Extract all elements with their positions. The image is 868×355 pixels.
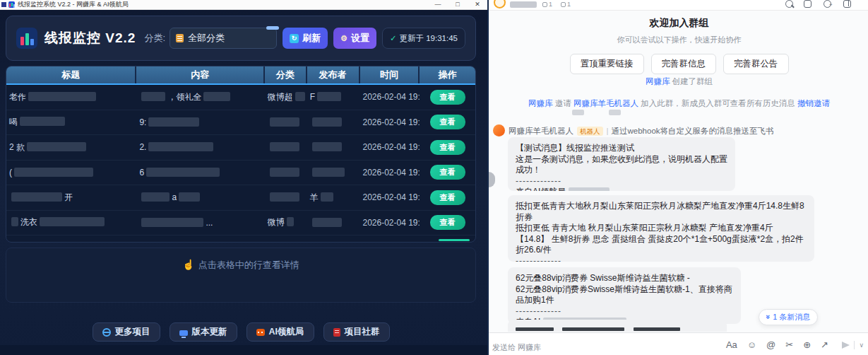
clipped-message-bubble[interactable] [508, 320, 727, 332]
edit-announcement-button[interactable]: 完善群公告 [723, 54, 789, 74]
view-button[interactable]: 查看 [430, 140, 465, 155]
cell-content: 6 [136, 168, 264, 178]
minimize-icon[interactable]: — [428, 0, 448, 9]
message-bubble[interactable]: 62元叠88vip消费券 Swisse斯维诗益生菌软糖 - 62元叠88vip消… [508, 267, 741, 324]
add-attachment-icon[interactable]: ⊕ [803, 339, 811, 350]
cell-content: a [136, 192, 264, 202]
emoji-icon[interactable]: ☺ [747, 339, 756, 350]
cell-action: 查看 [420, 90, 475, 105]
cell-category [265, 192, 307, 202]
column-header-title: 标题 [6, 66, 136, 83]
book-icon [333, 328, 340, 337]
cell-content: ，领礼全 [136, 91, 264, 103]
hint-panel [6, 248, 476, 303]
cell-publisher [307, 168, 360, 178]
screenshot-scissors-icon[interactable]: ✂ [785, 339, 793, 350]
message-bubble[interactable]: 【测试消息】线报监控推送测试 这是一条测试消息，如果您收到此消息，说明机器人配置… [508, 137, 735, 191]
check-icon: ✓ [390, 33, 397, 43]
category-select[interactable]: 全部分类 [170, 28, 277, 49]
message-bubble[interactable]: 抵扣更低青青大地秋月梨山东莱阳正宗秋月冰糖梨产地直发净重4斤14.8生鲜8折券 … [508, 195, 814, 262]
edit-group-info-button[interactable]: 完善群信息 [651, 54, 717, 74]
view-button[interactable]: 查看 [430, 115, 465, 129]
message-line: 【测试消息】线报监控推送测试 [516, 143, 727, 154]
view-button[interactable]: 查看 [430, 215, 465, 230]
column-header-time: 时间 [360, 66, 420, 83]
welcome-section: 欢迎加入群组 你可以尝试以下操作，快速开始协作 置顶重要链接 完善群信息 完善群… [489, 17, 868, 74]
cell-time: 2026-02-04 19:31 [359, 117, 420, 127]
message-divider: ------------- [516, 306, 733, 318]
cell-time: 2026-02-04 19:29 [359, 192, 420, 202]
invitee-link[interactable]: 网赚库羊毛机器人 [573, 99, 638, 107]
message-source: 来自AI领航局 [516, 187, 727, 191]
robot-icon [256, 329, 265, 336]
table-row[interactable]: 喝 9: 2026-02-04 19:31 查看 [6, 110, 475, 136]
cell-title: 老作 [6, 91, 136, 103]
close-icon[interactable]: ✕ [468, 0, 487, 9]
cell-content: 2. [136, 142, 264, 152]
cell-time: 2026-02-04 19:29 [359, 168, 420, 178]
cell-category: 微博 [265, 216, 307, 228]
table-row[interactable]: ( 6 2026-02-04 19:29 查看 [6, 161, 475, 186]
search-icon[interactable] [785, 0, 793, 8]
redacted-chip [572, 110, 584, 115]
version-update-button[interactable]: 版本更新 [170, 322, 237, 342]
window-title: 线报监控系统 V2.2 - 网赚库 & AI领航局 [18, 0, 129, 9]
monitor-icon [179, 330, 188, 336]
column-header-category: 分类 [265, 66, 307, 83]
updated-at-text: 更新于 19:31:45 [400, 33, 458, 44]
composer-placeholder[interactable]: 发送给 网赚库 [492, 342, 541, 353]
cell-publisher [307, 142, 360, 152]
refresh-button[interactable]: ↻ 刷新 [283, 28, 328, 49]
table-row[interactable]: 开 a 羊 2026-02-04 19:29 查看 [6, 185, 475, 211]
bot-avatar[interactable] [493, 124, 505, 136]
cell-title: 开 [6, 192, 136, 204]
table-body: 老作 ，领礼全 微博超 F 2026-02-04 19:31 查看 喝 9: 2… [6, 85, 475, 235]
view-button[interactable]: 查看 [430, 90, 465, 105]
new-message-badge[interactable]: »1 条新消息 [759, 309, 818, 325]
view-button[interactable]: 查看 [430, 190, 465, 205]
send-button-group: ∨ [842, 341, 864, 349]
pin-links-button[interactable]: 置顶重要链接 [570, 54, 644, 74]
inviter-link[interactable]: 网赚库 [528, 99, 553, 107]
send-options-caret[interactable]: ∨ [859, 342, 864, 349]
add-member-icon[interactable] [824, 0, 831, 8]
cell-action: 查看 [420, 190, 475, 205]
member-count[interactable]: 1 [542, 1, 552, 8]
chat-window: 1 1 欢迎加入群组 你可以尝试以下操作，快速开始协作 置顶重要链接 完善群信息… [487, 0, 868, 355]
ai-bureau-button[interactable]: AI领航局 [246, 322, 314, 342]
creator-link[interactable]: 网赚库 [646, 77, 670, 86]
report-table: 标题 内容 分类 发布者 时间 操作 老作 ，领礼全 微博超 F 2026-02… [6, 66, 476, 243]
more-projects-button[interactable]: 更多项目 [93, 322, 160, 342]
group-avatar[interactable] [494, 0, 506, 8]
table-row[interactable]: 洗衣 ... 微博 2026-02-04 19:28 查看 [6, 211, 475, 236]
table-row[interactable]: 2 款 2. 2026-02-04 19:29 查看 [6, 135, 475, 161]
cell-publisher [307, 218, 360, 228]
community-button[interactable]: 项目社群 [323, 322, 390, 342]
app-body: 线报监控 V2.2 分类: 全部分类 ↻ 刷新 ⚙ 设置 ✓ 更新于 19:31… [0, 10, 487, 355]
pin-icon [561, 2, 566, 7]
cell-publisher: 羊 [307, 192, 360, 204]
composer-toolbar: Aa ☺ @ ✂ ⊕ ↗ [726, 339, 828, 350]
font-style-icon[interactable]: Aa [726, 339, 737, 350]
send-icon[interactable] [842, 342, 850, 349]
table-row[interactable]: 老作 ，领礼全 微博超 F 2026-02-04 19:31 查看 [6, 85, 475, 110]
expand-icon[interactable]: ↗ [821, 339, 828, 350]
sidebar-toggle-icon[interactable] [843, 0, 851, 8]
mention-icon[interactable]: @ [766, 339, 775, 350]
cell-category [265, 168, 307, 178]
video-call-icon[interactable] [804, 0, 811, 8]
view-button[interactable]: 查看 [430, 165, 465, 180]
cell-publisher: F [307, 92, 360, 102]
pin-count[interactable]: 1 [561, 1, 571, 8]
settings-label: 设置 [351, 32, 369, 45]
settings-button[interactable]: ⚙ 设置 [333, 28, 376, 49]
clipped-row-button [439, 239, 470, 241]
gear-icon: ⚙ [340, 34, 347, 43]
bot-name[interactable]: 网赚库羊毛机器人 [509, 127, 573, 135]
maximize-icon[interactable]: □ [448, 0, 468, 9]
sidebar-collapse-handle[interactable] [489, 172, 495, 187]
redacted-chip [609, 110, 621, 115]
welcome-actions: 置顶重要链接 完善群信息 完善群公告 [489, 54, 868, 74]
cell-category: 微博超 [265, 91, 307, 103]
revoke-invite-link[interactable]: 撤销邀请 [797, 99, 830, 107]
